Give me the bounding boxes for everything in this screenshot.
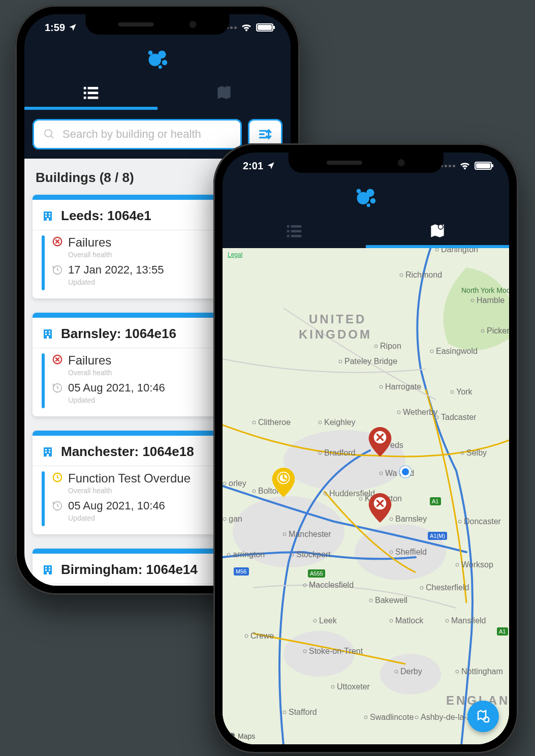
location-arrow-icon bbox=[266, 161, 275, 170]
map-search-fab[interactable] bbox=[467, 701, 499, 732]
tab-map[interactable] bbox=[158, 77, 291, 108]
svg-text:Macclesfield: Macclesfield bbox=[309, 581, 354, 589]
city-label: Chesterfield bbox=[420, 583, 469, 592]
svg-point-58 bbox=[366, 189, 374, 197]
building-icon bbox=[42, 564, 54, 576]
map-pin-failure[interactable] bbox=[368, 427, 392, 457]
building-title: Leeds: 1064e1 bbox=[61, 208, 151, 224]
svg-text:Leek: Leek bbox=[319, 616, 337, 625]
battery-icon bbox=[475, 162, 492, 170]
map-view[interactable]: Legal bbox=[223, 248, 509, 744]
location-arrow-icon bbox=[68, 23, 77, 32]
road-shield: A1 bbox=[430, 497, 441, 505]
wifi-icon bbox=[241, 23, 252, 32]
svg-text:Clitheroe: Clitheroe bbox=[258, 418, 291, 427]
svg-text:M56: M56 bbox=[236, 568, 246, 574]
road-shield: A555 bbox=[308, 569, 325, 578]
svg-text:Manchester: Manchester bbox=[289, 530, 331, 538]
map-legal-link[interactable]: Legal bbox=[228, 251, 242, 258]
svg-text:Darlington: Darlington bbox=[441, 248, 478, 254]
svg-rect-22 bbox=[47, 218, 49, 221]
svg-rect-29 bbox=[45, 331, 47, 332]
svg-point-59 bbox=[370, 198, 376, 204]
svg-text:Swadlincote: Swadlincote bbox=[370, 713, 414, 721]
city-label: arrington bbox=[227, 550, 265, 559]
svg-text:Matlock: Matlock bbox=[395, 616, 424, 625]
svg-text:Chesterfield: Chesterfield bbox=[426, 583, 469, 592]
app-header bbox=[223, 179, 509, 216]
city-label: Manchester bbox=[283, 530, 331, 538]
map-search-icon bbox=[476, 709, 491, 724]
svg-text:eds: eds bbox=[390, 441, 403, 449]
phone-notch bbox=[86, 14, 230, 35]
svg-rect-43 bbox=[49, 451, 50, 453]
svg-text:Pateley Bridge: Pateley Bridge bbox=[344, 357, 397, 366]
road-shield: A1(M) bbox=[428, 532, 447, 540]
svg-text:arrington: arrington bbox=[233, 550, 265, 559]
svg-point-11 bbox=[225, 86, 230, 91]
svg-rect-41 bbox=[49, 449, 50, 450]
city-label: Mansfield bbox=[446, 616, 486, 625]
wifi-icon bbox=[459, 162, 470, 170]
list-icon bbox=[81, 83, 101, 102]
svg-rect-63 bbox=[291, 225, 302, 228]
svg-rect-64 bbox=[287, 230, 290, 232]
park-label: North York Moors National Pa bbox=[461, 286, 509, 294]
map-pin-failure[interactable] bbox=[368, 493, 392, 523]
city-label: Clitheroe bbox=[253, 418, 291, 427]
updated-icon bbox=[52, 382, 63, 394]
city-label: Sheffield bbox=[390, 548, 427, 556]
svg-point-68 bbox=[438, 224, 444, 229]
city-label: Harrogate bbox=[380, 382, 421, 391]
svg-text:Tadcaster: Tadcaster bbox=[441, 413, 477, 421]
svg-rect-50 bbox=[49, 567, 50, 568]
svg-text:Mansfield: Mansfield bbox=[451, 616, 486, 625]
city-label: Swadlincote bbox=[364, 713, 414, 721]
app-logo-icon bbox=[352, 183, 380, 211]
status-text: Function Test Overdue bbox=[68, 471, 191, 486]
building-icon bbox=[42, 446, 54, 458]
svg-rect-8 bbox=[88, 92, 99, 94]
svg-line-13 bbox=[51, 136, 53, 138]
city-label: Bakewell bbox=[369, 596, 407, 604]
svg-rect-42 bbox=[45, 451, 47, 453]
svg-rect-6 bbox=[88, 87, 99, 89]
svg-text:orley: orley bbox=[229, 479, 246, 488]
updated-icon bbox=[52, 500, 63, 511]
city-label: Richmond bbox=[400, 270, 442, 279]
fail-icon bbox=[52, 236, 63, 247]
city-label: Worksop bbox=[456, 560, 493, 569]
search-input-wrap[interactable] bbox=[33, 119, 242, 149]
svg-text:gan: gan bbox=[229, 515, 242, 523]
map-pin-warning[interactable] bbox=[272, 468, 295, 497]
svg-rect-67 bbox=[291, 235, 302, 237]
svg-rect-30 bbox=[49, 331, 50, 332]
svg-text:Sheffield: Sheffield bbox=[395, 548, 427, 556]
tab-list[interactable] bbox=[24, 77, 158, 108]
city-label: Pateley Bridge bbox=[339, 357, 397, 366]
svg-rect-20 bbox=[45, 216, 47, 217]
svg-rect-51 bbox=[45, 569, 47, 571]
phone-map-view: 2:01 bbox=[213, 143, 518, 753]
status-accent-bar bbox=[42, 471, 45, 526]
city-label: Easingwold bbox=[430, 347, 478, 355]
building-title: Barnsley: 1064e16 bbox=[61, 326, 176, 342]
tab-map[interactable] bbox=[366, 216, 509, 246]
city-label: Bradford bbox=[319, 448, 355, 457]
svg-line-182 bbox=[488, 721, 489, 722]
svg-text:Stafford: Stafford bbox=[289, 708, 317, 716]
search-input[interactable] bbox=[62, 128, 231, 141]
city-label: Stoke-on-Trent bbox=[303, 647, 363, 655]
svg-text:Pickeri: Pickeri bbox=[487, 326, 509, 335]
svg-rect-62 bbox=[287, 225, 290, 228]
svg-rect-44 bbox=[47, 454, 49, 457]
city-label: Darlington bbox=[435, 248, 478, 254]
road-shield: M56 bbox=[234, 567, 249, 576]
tab-list[interactable] bbox=[223, 216, 366, 246]
svg-text:Harrogate: Harrogate bbox=[385, 382, 421, 391]
updated-date: 17 Jan 2022, 13:55 bbox=[68, 263, 164, 277]
city-label: Macclesfield bbox=[303, 581, 354, 589]
building-title: Birmingham: 1064e14 bbox=[61, 562, 198, 578]
svg-text:Barnsley: Barnsley bbox=[395, 515, 427, 523]
svg-point-4 bbox=[159, 65, 162, 69]
